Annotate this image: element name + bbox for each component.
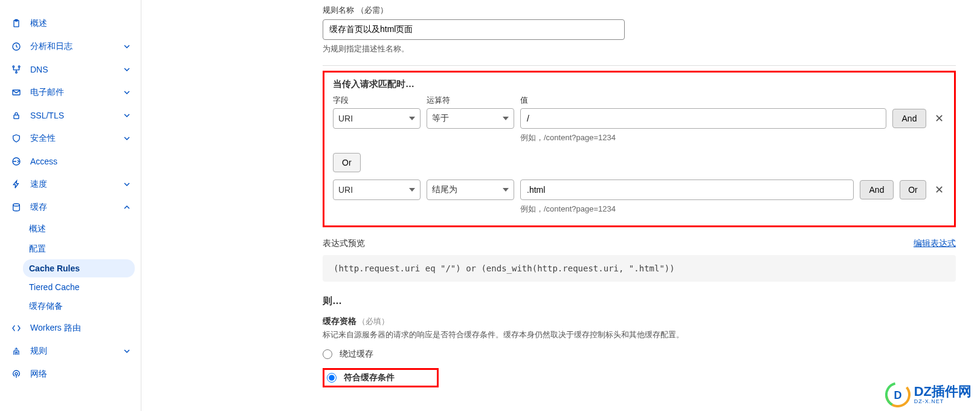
value-input[interactable] [520, 108, 886, 129]
dropdown-icon [409, 188, 415, 192]
cache-icon [11, 202, 22, 213]
sidebar-label: 网络 [30, 369, 130, 380]
condition-row: URI 等于 And ✕ [333, 108, 946, 129]
clock-icon [11, 41, 22, 52]
chevron-down-icon [124, 181, 130, 187]
svg-text:D: D [894, 389, 901, 401]
dns-icon [11, 64, 22, 75]
watermark-sub: DZ-X.NET [914, 398, 972, 404]
rule-name-label: 规则名称 （必需） [323, 5, 956, 16]
match-conditions-box: 当传入请求匹配时… 字段 运算符 值 URI 等于 And ✕ [323, 71, 956, 227]
chevron-down-icon [124, 348, 130, 354]
sub-item-config[interactable]: 配置 [23, 239, 135, 259]
required-label: （必填） [358, 317, 389, 326]
radio-eligible-label: 符合缓存条件 [344, 372, 395, 383]
sidebar-label: 安全性 [30, 133, 124, 144]
sub-item-overview[interactable]: 概述 [23, 219, 135, 239]
sidebar-label: 分析和日志 [30, 41, 124, 52]
svg-point-9 [13, 204, 20, 206]
workers-icon [11, 323, 22, 334]
and-button[interactable]: And [892, 109, 926, 128]
chevron-down-icon [124, 44, 130, 50]
sub-item-cache-rules[interactable]: Cache Rules [23, 259, 135, 277]
mail-icon [11, 87, 22, 98]
operator-select[interactable]: 等于 [427, 108, 514, 129]
svg-point-4 [16, 71, 18, 73]
dropdown-icon [503, 117, 509, 120]
cache-eligibility-label: 缓存资格 [323, 316, 356, 326]
field-value: URI [338, 114, 353, 123]
or-button[interactable]: Or [900, 180, 926, 199]
svg-point-10 [15, 372, 18, 375]
operator-value: 等于 [432, 113, 449, 124]
sub-item-tiered-cache[interactable]: Tiered Cache [23, 278, 135, 296]
chevron-up-icon [124, 204, 130, 210]
edit-expression-link[interactable]: 编辑表达式 [914, 238, 956, 249]
sidebar-item-network[interactable]: 网络 [0, 363, 141, 386]
bolt-icon [11, 179, 22, 190]
remove-row-icon[interactable]: ✕ [932, 112, 946, 125]
rule-name-help: 为规则指定描述性名称。 [323, 44, 956, 54]
svg-point-3 [13, 66, 15, 68]
sidebar-label: 电子邮件 [30, 87, 124, 98]
svg-rect-7 [14, 115, 19, 118]
sidebar-item-analytics[interactable]: 分析和日志 [0, 35, 141, 58]
main-content: 规则名称 （必需） 为规则指定描述性名称。 当传入请求匹配时… 字段 运算符 值… [141, 0, 980, 411]
radio-bypass-cache[interactable] [323, 349, 332, 359]
condition-row: URI 结尾为 And Or ✕ [333, 180, 946, 200]
or-button[interactable]: Or [333, 153, 361, 172]
radio-eligible-cache[interactable] [327, 373, 337, 383]
and-button[interactable]: And [860, 180, 894, 199]
sub-item-cache-reserve[interactable]: 缓存储备 [23, 297, 135, 316]
remove-row-icon[interactable]: ✕ [932, 183, 946, 196]
sidebar: 概述 分析和日志 DNS 电子邮件 SSL/TLS 安全性 [0, 0, 141, 411]
access-icon [11, 156, 22, 167]
svg-point-5 [18, 66, 20, 68]
field-value: URI [338, 185, 353, 195]
match-title: 当传入请求匹配时… [333, 79, 946, 90]
col-op-label: 运算符 [427, 95, 514, 106]
sidebar-item-overview[interactable]: 概述 [0, 12, 141, 35]
chevron-down-icon [124, 112, 130, 118]
cache-eligibility-desc: 标记来自源服务器的请求的响应是否符合缓存条件。缓存本身仍然取决于缓存控制标头和其… [323, 329, 956, 340]
dropdown-icon [503, 188, 509, 192]
then-title: 则… [323, 295, 956, 308]
expression-preview-label: 表达式预览 [323, 238, 365, 249]
watermark: D DZ插件网 DZ-X.NET [885, 382, 972, 407]
field-select[interactable]: URI [333, 108, 421, 129]
value-example: 例如，/content?page=1234 [520, 132, 886, 143]
sidebar-label: 速度 [30, 179, 124, 190]
sidebar-item-cache[interactable]: 缓存 [0, 196, 141, 219]
operator-select[interactable]: 结尾为 [427, 180, 514, 200]
watermark-brand: DZ插件网 [914, 385, 972, 398]
shield-icon [11, 133, 22, 144]
sidebar-item-dns[interactable]: DNS [0, 58, 141, 81]
sidebar-label: Access [30, 157, 130, 166]
sidebar-label: 规则 [30, 346, 124, 357]
sidebar-item-email[interactable]: 电子邮件 [0, 81, 141, 104]
sidebar-item-security[interactable]: 安全性 [0, 127, 141, 150]
operator-value: 结尾为 [432, 184, 457, 195]
radio-bypass-label: 绕过缓存 [340, 349, 373, 360]
sidebar-item-access[interactable]: Access [0, 150, 141, 173]
network-icon [11, 369, 22, 380]
field-select[interactable]: URI [333, 180, 421, 200]
chevron-down-icon [124, 89, 130, 95]
rule-name-input[interactable] [323, 19, 625, 40]
sidebar-label: SSL/TLS [30, 111, 124, 120]
col-val-label: 值 [520, 95, 946, 106]
dropdown-icon [409, 117, 415, 120]
sidebar-item-speed[interactable]: 速度 [0, 173, 141, 196]
sidebar-item-rules[interactable]: 规则 [0, 340, 141, 363]
sidebar-item-workers[interactable]: Workers 路由 [0, 317, 141, 340]
watermark-logo-icon: D [885, 382, 911, 407]
highlighted-option: 符合缓存条件 [323, 368, 439, 387]
value-input[interactable] [520, 180, 854, 200]
chevron-down-icon [124, 66, 130, 73]
col-field-label: 字段 [333, 95, 421, 106]
expression-preview-code: (http.request.uri eq "/") or (ends_with(… [323, 255, 956, 282]
sidebar-item-ssl[interactable]: SSL/TLS [0, 104, 141, 127]
clipboard-icon [11, 18, 22, 29]
sidebar-label: 缓存 [30, 202, 124, 213]
cache-submenu: 概述 配置 Cache Rules Tiered Cache 缓存储备 [0, 219, 141, 316]
